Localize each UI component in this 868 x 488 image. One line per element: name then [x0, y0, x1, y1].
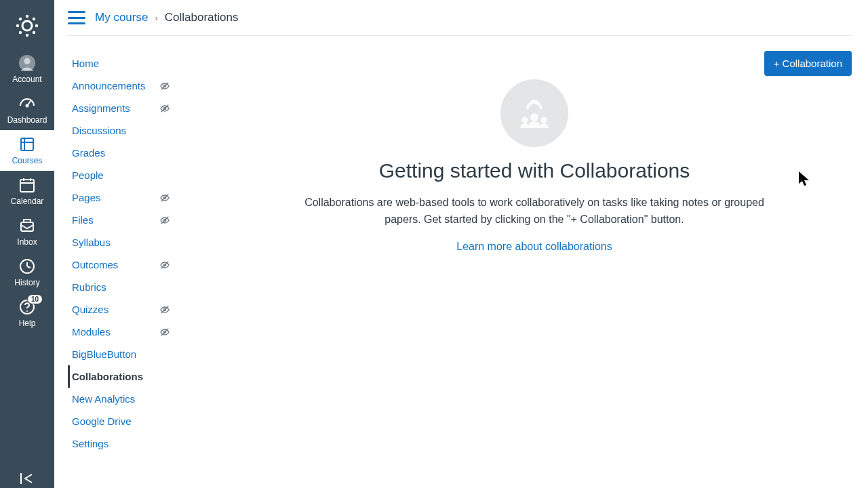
course-nav-item[interactable]: New Analytics [68, 388, 190, 410]
course-nav-item[interactable]: Google Drive [68, 410, 190, 432]
svg-point-11 [26, 105, 28, 107]
calendar-icon [18, 176, 36, 194]
course-nav-item[interactable]: Outcomes [68, 253, 190, 276]
svg-point-7 [33, 31, 35, 34]
breadcrumb: My course › Collaborations [95, 11, 238, 24]
breadcrumb-course-link[interactable]: My course [95, 11, 148, 24]
page-body: HomeAnnouncementsAssignmentsDiscussionsG… [68, 36, 852, 488]
svg-point-0 [26, 15, 28, 18]
svg-point-1 [26, 34, 28, 37]
nav-help[interactable]: 10 Help [0, 293, 54, 333]
svg-point-43 [533, 100, 536, 103]
svg-point-2 [16, 24, 19, 27]
course-nav-item[interactable]: Announcements [68, 75, 190, 97]
nav-label: Account [12, 75, 41, 84]
course-nav-item[interactable]: BigBlueButton [68, 343, 190, 365]
main-panel: + Collaboration Getting sta [190, 36, 852, 488]
svg-point-3 [35, 24, 38, 27]
course-nav-item[interactable]: Discussions [68, 119, 190, 142]
hidden-eye-icon [159, 304, 170, 315]
learn-more-link[interactable]: Learn more about collaborations [456, 241, 612, 252]
course-nav-link[interactable]: Quizzes [71, 298, 108, 321]
course-nav-link[interactable]: Pages [71, 186, 101, 209]
hidden-eye-icon [159, 260, 170, 270]
svg-point-5 [33, 18, 35, 20]
hidden-eye-icon [159, 192, 170, 203]
nav-label: Help [19, 319, 36, 328]
course-nav-link[interactable]: Announcements [71, 75, 145, 97]
nav-label: Courses [12, 156, 43, 165]
course-nav-link[interactable]: People [71, 164, 104, 186]
course-nav-link[interactable]: Discussions [71, 119, 126, 142]
user-avatar-icon [18, 54, 36, 72]
svg-point-6 [19, 31, 22, 34]
nav-courses[interactable]: Courses [0, 130, 54, 171]
help-badge: 10 [27, 294, 43, 304]
content-area: My course › Collaborations HomeAnnouncem… [54, 0, 868, 488]
canvas-logo-icon [14, 12, 41, 39]
course-nav-link[interactable]: Google Drive [71, 410, 132, 432]
course-nav-link[interactable]: Modules [71, 321, 111, 343]
hidden-eye-icon [159, 215, 170, 226]
course-nav-link[interactable]: Outcomes [71, 253, 118, 276]
course-menu-toggle[interactable] [68, 11, 85, 24]
course-nav-item[interactable]: Quizzes [68, 298, 190, 321]
breadcrumb-row: My course › Collaborations [68, 11, 852, 36]
course-nav-link[interactable]: Settings [71, 432, 108, 455]
course-nav-link[interactable]: Syllabus [71, 231, 111, 253]
hidden-eye-icon [159, 327, 170, 338]
course-nav-item[interactable]: Assignments [68, 97, 190, 119]
course-nav-item[interactable]: Pages [68, 186, 190, 209]
svg-rect-15 [20, 180, 34, 192]
add-collaboration-button[interactable]: + Collaboration [764, 51, 852, 76]
svg-point-27 [26, 310, 28, 312]
course-nav-link[interactable]: Rubrics [71, 276, 106, 298]
nav-account[interactable]: Account [0, 49, 54, 89]
course-nav-item[interactable]: Grades [68, 142, 190, 164]
nav-dashboard[interactable]: Dashboard [0, 89, 54, 130]
empty-state-title: Getting started with Collaborations [297, 159, 772, 182]
svg-line-25 [27, 266, 31, 268]
nav-label: History [14, 278, 39, 287]
course-nav-item[interactable]: Rubrics [68, 276, 190, 298]
nav-history[interactable]: History [0, 252, 54, 293]
empty-state-description: Collaborations are web-based tools to wo… [297, 195, 772, 228]
course-nav-item[interactable]: Collaborations [68, 365, 190, 388]
nav-label: Calendar [11, 197, 44, 206]
course-nav-item[interactable]: Files [68, 209, 190, 231]
nav-label: Dashboard [7, 115, 47, 125]
breadcrumb-current: Collaborations [165, 11, 239, 24]
course-nav-link[interactable]: Assignments [71, 97, 130, 119]
svg-point-4 [19, 18, 22, 20]
course-nav-link[interactable]: Files [71, 209, 94, 231]
course-nav-item[interactable]: Syllabus [68, 231, 190, 253]
history-icon [18, 258, 36, 275]
brand-logo[interactable] [12, 11, 42, 41]
hidden-eye-icon [159, 81, 170, 92]
course-nav-link[interactable]: New Analytics [71, 388, 135, 410]
collapse-nav-button[interactable] [0, 472, 54, 485]
hidden-eye-icon [159, 103, 170, 114]
help-icon: 10 [18, 298, 36, 316]
course-nav-item[interactable]: Modules [68, 321, 190, 343]
svg-rect-12 [21, 138, 33, 150]
nav-inbox[interactable]: Inbox [0, 211, 54, 252]
svg-point-44 [530, 113, 538, 121]
course-nav: HomeAnnouncementsAssignmentsDiscussionsG… [68, 36, 190, 488]
inbox-icon [18, 217, 36, 235]
collaborations-empty-icon [500, 79, 568, 147]
dashboard-icon [18, 95, 36, 113]
course-nav-item[interactable]: Settings [68, 432, 190, 455]
course-nav-item[interactable]: Home [68, 52, 190, 75]
course-nav-link[interactable]: BigBlueButton [71, 343, 136, 365]
courses-icon [18, 136, 36, 153]
nav-calendar[interactable]: Calendar [0, 171, 54, 211]
course-nav-item[interactable]: People [68, 164, 190, 186]
mouse-cursor-icon [797, 170, 811, 188]
course-nav-link[interactable]: Grades [71, 142, 105, 164]
svg-point-46 [541, 117, 547, 123]
svg-point-45 [522, 117, 528, 123]
course-nav-link[interactable]: Home [71, 52, 99, 75]
collapse-icon [18, 472, 36, 485]
course-nav-link[interactable]: Collaborations [71, 365, 143, 388]
